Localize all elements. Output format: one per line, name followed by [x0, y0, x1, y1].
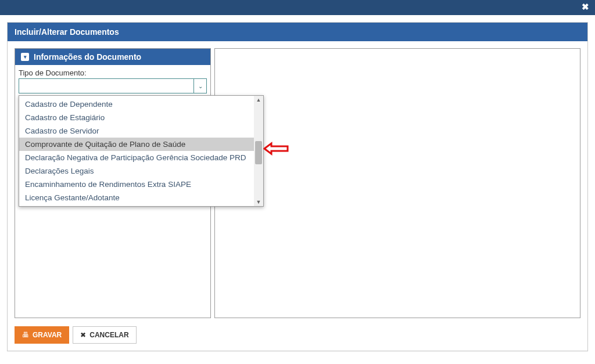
option-cadastro-dependente[interactable]: Cadastro de Dependente	[19, 98, 254, 111]
option-licenca-gestante[interactable]: Licença Gestante/Adotante	[19, 191, 254, 204]
panel-right-empty	[214, 48, 580, 318]
modal-title: Incluir/Alterar Documentos	[8, 23, 587, 41]
field-area: Tipo de Documento: ⌄	[15, 65, 210, 97]
section-title: Informações do Documento	[34, 52, 141, 62]
cancel-icon: ✖	[80, 331, 86, 339]
caret-down-icon: ▾	[21, 53, 29, 61]
section-header[interactable]: ▾ Informações do Documento	[15, 49, 210, 65]
chevron-down-icon[interactable]: ⌄	[193, 79, 206, 93]
button-bar: 🖶 GRAVAR ✖ CANCELAR	[15, 326, 580, 344]
dropdown-inner: Cadastro de Dependente Cadastro de Estag…	[19, 96, 263, 206]
option-declaracao-negativa[interactable]: Declaração Negativa de Participação Gerê…	[19, 151, 254, 164]
option-cadastro-estagiario[interactable]: Cadastro de Estagiário	[19, 111, 254, 124]
scroll-down-icon[interactable]: ▼	[254, 198, 263, 206]
tipo-documento-select[interactable]: ⌄	[19, 78, 207, 93]
option-declaracoes-legais[interactable]: Declarações Legais	[19, 164, 254, 178]
option-list: Cadastro de Dependente Cadastro de Estag…	[19, 96, 254, 206]
scroll-thumb[interactable]	[255, 141, 262, 164]
select-value	[19, 79, 193, 93]
scroll-up-icon[interactable]: ▲	[254, 96, 263, 104]
save-button-label: GRAVAR	[33, 331, 62, 339]
cancel-button-label: CANCELAR	[89, 331, 128, 339]
option-cadastro-servidor[interactable]: Cadastro de Servidor	[19, 124, 254, 138]
field-label-tipo: Tipo de Documento:	[19, 69, 207, 77]
dropdown-scrollbar[interactable]: ▲ ▼	[254, 96, 263, 206]
title-bar: ✖	[0, 0, 595, 15]
option-encaminhamento-rendimentos[interactable]: Encaminhamento de Rendimentos Extra SIAP…	[19, 178, 254, 191]
cancel-button[interactable]: ✖ CANCELAR	[73, 326, 136, 344]
save-icon: 🖶	[22, 331, 29, 339]
option-comprovante-quitacao[interactable]: Comprovante de Quitação de Plano de Saúd…	[19, 138, 254, 151]
close-icon[interactable]: ✖	[582, 2, 589, 12]
tipo-documento-dropdown: Cadastro de Dependente Cadastro de Estag…	[19, 95, 264, 207]
save-button[interactable]: 🖶 GRAVAR	[15, 326, 69, 344]
